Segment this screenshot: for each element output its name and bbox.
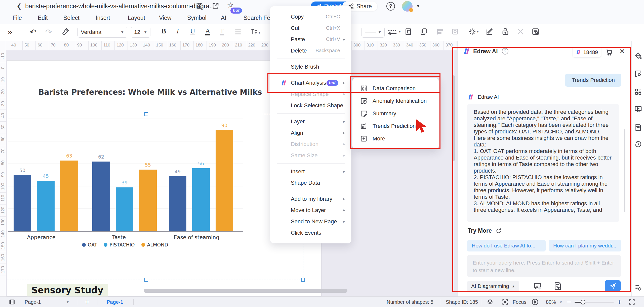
- menu-ai[interactable]: AI: [221, 15, 226, 21]
- style-edit-icon[interactable]: [486, 27, 494, 37]
- text-highlight-button[interactable]: T: [220, 27, 224, 35]
- zoom-out-button[interactable]: −: [567, 297, 571, 307]
- shape-id: Shape ID: 185: [446, 297, 478, 307]
- bring-forward-icon[interactable]: [405, 27, 413, 37]
- shortcut-label: Ctrl+C: [326, 14, 340, 20]
- font-size-select[interactable]: 12▼: [131, 27, 150, 38]
- ruler-tick-label: 10: [1, 75, 6, 85]
- menu-item-label: Copy: [291, 14, 326, 20]
- ruler-tick-label: 350: [419, 43, 426, 48]
- arrow-style-select[interactable]: ▼: [387, 27, 398, 37]
- menu-divider: [277, 113, 345, 114]
- menu-item-label: Style Brush: [291, 64, 342, 70]
- shortcut-label: Ctrl+X: [326, 25, 340, 31]
- inspect-icon[interactable]: [531, 27, 540, 37]
- zoom-level[interactable]: 80%: [546, 297, 556, 307]
- menu-item-label: Delete: [291, 47, 315, 54]
- font-family-select[interactable]: Verdana▼: [77, 27, 127, 38]
- list-settings-icon[interactable]: [634, 283, 642, 292]
- style-brush-icon[interactable]: [61, 27, 70, 37]
- menu-insert[interactable]: Insert: [96, 15, 110, 21]
- menu-item-label: Lock Selected Shape: [291, 102, 343, 109]
- sensory-study-label[interactable]: Sensory Study: [27, 284, 108, 298]
- ruler-tick-label: 140: [1, 229, 6, 239]
- duplicate-icon[interactable]: [420, 27, 428, 37]
- avatar-caret-icon[interactable]: ▼: [416, 4, 420, 9]
- context-item-send-to-new-page[interactable]: Send to New Page▸: [270, 216, 351, 227]
- font-color-button[interactable]: A: [205, 27, 210, 35]
- page-setup-icon[interactable]: [634, 70, 642, 79]
- context-item-click-events[interactable]: Click Events: [270, 227, 351, 238]
- selection-handle-top[interactable]: [144, 112, 148, 116]
- page-tab[interactable]: Page-1: [107, 297, 123, 307]
- line-style-select[interactable]: ▼: [361, 27, 385, 38]
- redo-icon[interactable]: ↷: [45, 27, 52, 37]
- bold-button[interactable]: B: [162, 27, 166, 35]
- avatar[interactable]: [402, 1, 413, 12]
- focus-label[interactable]: Focus: [513, 297, 526, 307]
- presentation-icon[interactable]: [634, 105, 642, 114]
- selection-bounding-box: [0, 114, 303, 280]
- selection-handle-corner[interactable]: [301, 278, 305, 282]
- submenu-arrow-icon: ▸: [342, 119, 345, 124]
- history-icon[interactable]: [634, 140, 642, 149]
- vertical-ruler: -100102030405060708090100110120130140150…: [0, 41, 6, 296]
- play-icon[interactable]: [531, 297, 539, 307]
- text-style-icon[interactable]: ▼: [250, 28, 258, 37]
- help-icon[interactable]: ?: [386, 2, 395, 11]
- menu-divider: [277, 163, 345, 164]
- export-icon[interactable]: [212, 2, 219, 11]
- zoom-in-button[interactable]: +: [617, 297, 621, 307]
- ruler-tick-label: 70: [1, 146, 6, 156]
- context-item-add-to-my-library[interactable]: Add to my library▸: [270, 193, 351, 204]
- menu-view[interactable]: View: [159, 15, 171, 21]
- save-icon[interactable]: [196, 2, 203, 11]
- ruler-tick-label: 40: [1, 110, 6, 120]
- context-item-lock-selected-shape[interactable]: Lock Selected Shape: [270, 100, 351, 111]
- canvas-horizontal-scrollbar[interactable]: [144, 289, 347, 293]
- context-item-delete[interactable]: DeleteBackspace: [270, 45, 351, 56]
- context-item-insert[interactable]: Insert▸: [270, 166, 351, 177]
- context-item-paste[interactable]: PasteCtrl+V▸: [270, 34, 351, 45]
- context-item-style-brush[interactable]: Style Brush: [270, 61, 351, 72]
- context-item-shape-data[interactable]: Shape Data: [270, 177, 351, 188]
- underline-button[interactable]: U: [190, 27, 195, 35]
- menu-file[interactable]: File: [13, 15, 22, 21]
- focus-icon[interactable]: [502, 297, 509, 307]
- add-page-button[interactable]: +: [85, 297, 89, 307]
- lock-icon[interactable]: [501, 27, 510, 37]
- selection-handle-bottom[interactable]: [144, 278, 148, 282]
- context-item-move-to-layer[interactable]: Move to Layer▸: [270, 204, 351, 216]
- menu-symbol[interactable]: Symbol: [187, 15, 207, 21]
- line-spacing-icon[interactable]: [234, 28, 242, 37]
- page-dropdown-caret-icon[interactable]: ▼: [66, 297, 69, 307]
- ruler-tick-label: 160: [1, 252, 6, 263]
- shortcut-label: Ctrl+V: [326, 36, 340, 42]
- effects-icon[interactable]: ▼: [468, 27, 476, 37]
- notes-icon[interactable]: [634, 123, 642, 132]
- submenu-arrow-icon: ▸: [342, 219, 345, 224]
- italic-button[interactable]: I: [177, 27, 179, 35]
- menu-item-label: Click Events: [291, 230, 342, 236]
- context-item-copy[interactable]: CopyCtrl+C: [270, 11, 351, 22]
- expand-toolbar-icon[interactable]: »: [8, 27, 12, 37]
- ruler-tick-label: 80: [64, 43, 69, 48]
- undo-icon[interactable]: ↶: [30, 27, 36, 37]
- page-panel-icon[interactable]: [9, 297, 16, 307]
- context-item-align[interactable]: Align▸: [270, 127, 351, 138]
- menu-select[interactable]: Select: [63, 15, 79, 21]
- fill-style-icon[interactable]: [634, 52, 642, 61]
- back-icon[interactable]: ❮: [17, 3, 22, 10]
- menu-layout[interactable]: Layout: [128, 15, 145, 21]
- menu-edit[interactable]: Edit: [38, 15, 48, 21]
- fullscreen-icon[interactable]: [628, 297, 635, 307]
- page-dropdown[interactable]: Page-1: [25, 297, 41, 307]
- zoom-caret-icon[interactable]: ∨: [559, 297, 562, 307]
- align-icon: [436, 27, 444, 37]
- layers-icon[interactable]: [487, 297, 494, 307]
- context-item-cut[interactable]: CutCtrl+X: [270, 22, 351, 34]
- components-icon[interactable]: [634, 88, 642, 97]
- ruler-tick-label: 80: [1, 158, 6, 168]
- zoom-slider-knob[interactable]: [581, 300, 585, 304]
- context-item-layer[interactable]: Layer▸: [270, 116, 351, 127]
